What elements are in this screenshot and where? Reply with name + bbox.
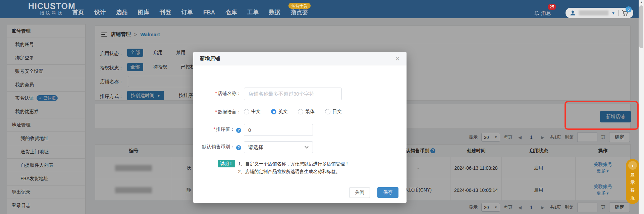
radio-traditional-label: 繁体 — [305, 109, 315, 115]
pill-divider — [618, 10, 619, 16]
sort-value-field-label: *排序值：? — [193, 126, 241, 133]
brand-logo[interactable]: HiCUSTOM 指纹科技 — [28, 2, 75, 15]
data-language-label-text: 数据语言 — [218, 109, 236, 114]
nav-item-design[interactable]: 设计 — [94, 8, 106, 16]
modal-close-button[interactable]: 关闭 — [349, 187, 370, 198]
radio-english-label: 英文 — [278, 109, 288, 115]
nav-item-orders[interactable]: 订单 — [181, 8, 194, 16]
modal-save-button[interactable]: 保存 — [377, 187, 398, 198]
nav-item-selection[interactable]: 选品 — [115, 8, 128, 16]
radio-chinese-label: 中文 — [251, 109, 261, 115]
modal-close-icon[interactable]: × — [395, 55, 400, 62]
cart-count-badge: 0 — [626, 6, 632, 12]
app-root: HiCUSTOM 指纹科技 首页 设计 选品 图库 刊登 订单 FBA 仓库 工… — [0, 0, 644, 214]
radio-chinese[interactable]: 中文 — [244, 109, 261, 115]
store-name-label-text: 店铺名称 — [218, 91, 236, 96]
user-icon — [570, 10, 576, 16]
nav-item-data[interactable]: 数据 — [268, 8, 281, 16]
customer-service-widget[interactable]: ‹ 显示客服 — [626, 159, 639, 204]
currency-select[interactable]: 请选择 — [244, 141, 313, 153]
top-navbar: HiCUSTOM 指纹科技 首页 设计 选品 图库 刊登 订单 FBA 仓库 工… — [0, 0, 639, 18]
currency-select-value: 请选择 — [248, 144, 263, 151]
nav-item-fba[interactable]: FBA — [203, 9, 216, 16]
store-name-field-label: *店铺名称： — [193, 91, 241, 97]
messages-label: 消息 — [541, 10, 551, 16]
modal-title: 新增店铺 — [200, 55, 220, 62]
cart-button[interactable]: 0 — [622, 10, 629, 16]
required-asterisk: * — [214, 126, 215, 132]
sort-value-input[interactable]: 0 — [244, 124, 313, 136]
radio-dot-selected — [271, 109, 276, 114]
sort-value-help-icon[interactable]: ? — [236, 128, 241, 133]
nav-item-warehouse[interactable]: 仓库 — [225, 8, 237, 16]
add-store-modal: 新增店铺 × *店铺名称： 店铺名称最多不超过30个字符 *数据语言： 中文 英… — [193, 52, 407, 203]
messages-entry[interactable]: 消息 — [534, 10, 551, 16]
note-lines: 1、自定义一个店铺名称，方便您以后进行多店铺管理！ 2、店铺的定制产品将按所选语… — [238, 160, 350, 175]
radio-japanese[interactable]: 日文 — [325, 109, 342, 115]
brand-title: HiCUSTOM — [28, 2, 75, 10]
user-menu-caret-icon[interactable]: ▼ — [611, 11, 615, 15]
scrollbar-thumb[interactable] — [639, 5, 643, 48]
currency-field-label: 默认销售币别：? — [193, 144, 241, 150]
nav-item-gallery[interactable]: 图库 — [137, 8, 150, 16]
nav-item-tickets[interactable]: 工单 — [247, 8, 259, 16]
required-asterisk: * — [215, 109, 217, 114]
radio-english[interactable]: 英文 — [271, 109, 288, 115]
note-line-1: 1、自定义一个店铺名称，方便您以后进行多店铺管理！ — [238, 161, 350, 166]
nav-item-home[interactable]: 首页 — [72, 8, 85, 16]
note-line-2: 2、店铺的定制产品将按所选语言生成名称和标签。 — [238, 169, 340, 174]
nav-item-publish[interactable]: 刊登 — [159, 8, 172, 16]
radio-traditional[interactable]: 繁体 — [298, 109, 315, 115]
nav-item-zhidianhui[interactable]: 指点荟 — [290, 8, 309, 16]
main-nav: 首页 设计 选品 图库 刊登 订单 FBA 仓库 工单 数据 指点荟 — [72, 0, 309, 18]
required-asterisk: * — [215, 91, 217, 96]
bell-icon — [534, 11, 539, 16]
radio-japanese-label: 日文 — [332, 109, 342, 115]
modal-note: 说明！ 1、自定义一个店铺名称，方便您以后进行多店铺管理！ 2、店铺的定制产品将… — [218, 160, 350, 175]
messages-count-badge: 25 — [548, 4, 556, 10]
data-language-radio-group: 中文 英文 繁体 日文 — [244, 109, 342, 115]
brand-subtitle: 指纹科技 — [28, 10, 75, 15]
modal-header: 新增店铺 × — [193, 52, 407, 65]
vertical-scrollbar[interactable]: ▲ — [639, 0, 644, 214]
radio-dot — [244, 109, 249, 114]
select-chevron-icon — [305, 146, 309, 149]
user-name-redacted — [579, 10, 608, 15]
sort-value-label-text: 排序值 — [216, 126, 230, 132]
currency-label-text: 默认销售币别 — [202, 144, 230, 149]
note-badge: 说明！ — [218, 160, 235, 167]
nav-promo-badge: 运营干货 — [288, 3, 311, 9]
collapse-chevron-icon[interactable]: ‹ — [628, 161, 637, 170]
radio-dot — [298, 109, 303, 114]
user-account-pill[interactable]: ▼ 0 — [566, 8, 633, 18]
currency-field-help-icon[interactable]: ? — [236, 145, 241, 150]
store-name-input[interactable]: 店铺名称最多不超过30个字符 — [244, 88, 342, 100]
customer-service-label: 显示客服 — [630, 171, 635, 202]
scrollbar-up-arrow[interactable]: ▲ — [639, 1, 644, 4]
data-language-field-label: *数据语言： — [193, 109, 241, 115]
radio-dot — [325, 109, 330, 114]
